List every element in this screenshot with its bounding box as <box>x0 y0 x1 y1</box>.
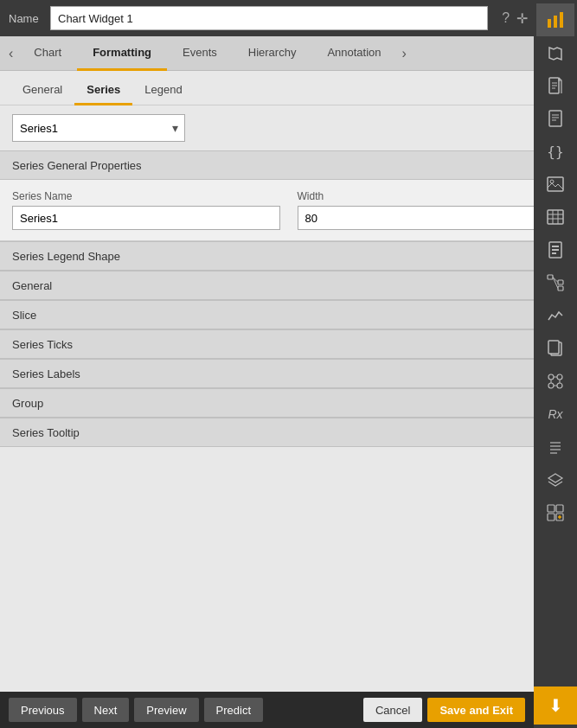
svg-rect-1 <box>554 16 557 28</box>
svg-rect-19 <box>552 246 559 247</box>
sidebar-group-icon[interactable] <box>536 365 574 398</box>
section-general[interactable]: General ▴ <box>0 271 577 300</box>
predict-button[interactable]: Predict <box>204 698 263 722</box>
section-series-legend-shape[interactable]: Series Legend Shape ▴ <box>0 241 577 271</box>
svg-point-32 <box>557 383 562 388</box>
section-series-tooltip[interactable]: Series Tooltip ▴ <box>0 418 577 447</box>
sidebar-image-icon[interactable] <box>536 168 574 201</box>
preview-button[interactable]: Preview <box>134 698 198 722</box>
tab-hierarchy[interactable]: Hierarchy <box>233 36 312 71</box>
sub-tab-navigation: General Series Legend <box>0 71 577 105</box>
series-name-input[interactable] <box>12 206 280 230</box>
sidebar-bracket-icon[interactable]: {} <box>536 135 574 168</box>
series-select-row: Series1 <box>0 105 577 150</box>
svg-rect-20 <box>552 249 559 251</box>
subtab-general[interactable]: General <box>10 76 74 105</box>
main-content: Series General Properties ▾ Series Name … <box>0 150 577 447</box>
help-icon[interactable]: ? <box>502 10 510 26</box>
subtab-series[interactable]: Series <box>74 76 132 105</box>
sidebar-chart-icon[interactable] <box>536 3 574 36</box>
move-icon[interactable]: ✛ <box>516 10 528 27</box>
section-series-ticks[interactable]: Series Ticks ↻ ▴ <box>0 329 577 359</box>
sidebar-grid-plus-icon[interactable] <box>536 496 574 529</box>
tab-chart[interactable]: Chart <box>18 36 77 71</box>
sidebar-rx-icon[interactable]: Rx <box>536 398 574 431</box>
svg-rect-2 <box>560 12 563 28</box>
sidebar-copy-icon[interactable] <box>536 332 574 365</box>
svg-point-30 <box>557 374 562 380</box>
sidebar-layers-icon[interactable] <box>536 463 574 496</box>
right-sidebar: {} <box>534 0 577 728</box>
section-series-labels[interactable]: Series Labels ▴ <box>0 359 577 388</box>
prop-group-width: Width <box>298 190 566 230</box>
tab-left-arrow[interactable]: ‹ <box>3 46 18 61</box>
section-group[interactable]: Group ▴ <box>0 388 577 418</box>
cancel-button[interactable]: Cancel <box>363 698 422 722</box>
series-dropdown[interactable]: Series1 <box>12 114 185 142</box>
section-series-general-properties[interactable]: Series General Properties ▾ <box>0 150 577 180</box>
tab-navigation: ‹ Chart Formatting Events Hierarchy Anno… <box>0 36 577 71</box>
sidebar-list-icon[interactable] <box>536 431 574 463</box>
subtab-legend[interactable]: Legend <box>132 76 194 105</box>
name-label: Name <box>9 12 43 25</box>
section-slice[interactable]: Slice ▴ <box>0 300 577 329</box>
svg-rect-0 <box>548 19 551 28</box>
width-input[interactable] <box>298 206 566 230</box>
svg-rect-43 <box>556 505 563 512</box>
svg-rect-44 <box>548 514 555 520</box>
svg-rect-13 <box>548 210 563 224</box>
tab-formatting[interactable]: Formatting <box>77 36 167 71</box>
widget-name-input[interactable] <box>50 6 488 30</box>
tab-events[interactable]: Events <box>167 36 233 71</box>
svg-rect-21 <box>552 252 556 254</box>
props-row: Series Name Width <box>12 190 565 230</box>
svg-rect-7 <box>549 111 561 126</box>
svg-rect-22 <box>548 275 553 279</box>
save-exit-button[interactable]: Save and Exit <box>427 698 525 722</box>
svg-rect-23 <box>558 280 563 284</box>
svg-rect-24 <box>558 286 563 291</box>
svg-rect-11 <box>548 177 563 191</box>
properties-panel-series-general: Series Name Width <box>0 180 577 241</box>
prop-group-series-name: Series Name <box>12 190 280 230</box>
top-bar: Name ? ✛ ✕ ▲ <box>0 0 577 36</box>
bottom-bar: Previous Next Preview Predict Cancel Sav… <box>0 692 534 728</box>
tab-annotation[interactable]: Annotation <box>311 36 396 71</box>
sidebar-report-icon[interactable] <box>536 233 574 266</box>
sidebar-table-icon[interactable] <box>536 201 574 233</box>
svg-line-26 <box>553 278 558 289</box>
sidebar-note-icon[interactable] <box>536 102 574 135</box>
series-select-wrapper: Series1 <box>12 114 185 142</box>
svg-point-31 <box>548 383 554 388</box>
svg-point-29 <box>548 374 554 380</box>
next-button[interactable]: Next <box>82 698 130 722</box>
sidebar-download-icon[interactable]: ⬇ <box>534 686 577 725</box>
svg-rect-42 <box>548 505 555 512</box>
svg-rect-28 <box>548 341 559 354</box>
sidebar-document-icon[interactable] <box>536 69 574 102</box>
sidebar-tree-icon[interactable] <box>536 266 574 299</box>
previous-button[interactable]: Previous <box>9 698 77 722</box>
svg-marker-41 <box>548 474 562 482</box>
tab-right-arrow[interactable]: › <box>397 46 412 61</box>
sidebar-map-icon[interactable] <box>536 36 574 69</box>
sidebar-linechart-icon[interactable] <box>536 299 574 332</box>
